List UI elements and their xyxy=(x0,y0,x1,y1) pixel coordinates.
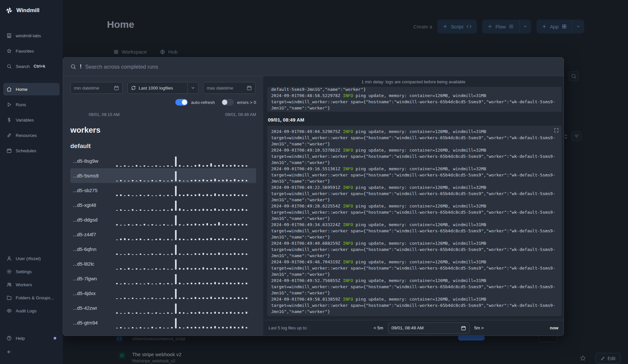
spark-bar xyxy=(246,283,247,284)
spark-bar xyxy=(155,181,157,181)
logfiles-select[interactable]: Last 1000 logfiles xyxy=(127,82,199,94)
spark-bar xyxy=(128,239,130,240)
workers-heading: workers xyxy=(70,125,256,135)
worker-row[interactable]: ...d5-sb275 xyxy=(70,183,256,198)
spark-bar xyxy=(195,194,196,196)
spark-bar xyxy=(202,283,204,284)
spark-bar xyxy=(222,238,224,240)
log-target: target=windmill_worker::worker span={"ho… xyxy=(271,135,558,147)
spark-bar xyxy=(167,165,169,167)
play-icon xyxy=(7,102,12,107)
spark-bar xyxy=(183,312,184,314)
worker-row[interactable]: ...d5-5sms9 xyxy=(70,168,256,183)
sidebar-item-schedules[interactable]: Schedules xyxy=(3,144,60,157)
spark-bar xyxy=(140,209,141,211)
spark-bar xyxy=(120,166,122,167)
spark-bar xyxy=(159,313,161,314)
spark-bar xyxy=(191,166,192,167)
sidebar-item-label: Resources xyxy=(16,133,37,138)
worker-row[interactable]: ...d5-8sg9w xyxy=(70,154,256,168)
spark-bar xyxy=(206,239,208,240)
sidebar-item-label: Home xyxy=(16,87,27,92)
sidebar-item-user[interactable]: User (rfiszel) xyxy=(3,253,60,264)
spark-bar xyxy=(151,327,153,328)
log-datetime-input[interactable]: 09/01, 08:49 AM xyxy=(388,323,470,334)
spark-bar xyxy=(230,297,232,299)
worker-sparkline xyxy=(116,317,253,328)
spark-bar xyxy=(128,312,130,314)
sidebar-item-help[interactable]: Help xyxy=(3,333,60,344)
sidebar-item-audit-logs[interactable]: Audit Logs xyxy=(3,305,60,316)
worker-row[interactable]: ...d5-ddgsd xyxy=(70,212,256,227)
collapse-sidebar-button[interactable] xyxy=(3,346,60,357)
worker-row[interactable]: ...d5-6qfnn xyxy=(70,242,256,256)
spark-bar xyxy=(120,225,122,225)
log-target: target=windmill_worker::worker span={"ho… xyxy=(271,190,558,203)
back-5m-button[interactable]: < 5m xyxy=(374,325,383,330)
worker-row[interactable]: ...d5-42zwr xyxy=(70,301,256,315)
forward-5m-button[interactable]: 5m > xyxy=(474,325,484,330)
search-input[interactable] xyxy=(85,64,556,70)
worker-row[interactable]: ...d5-l82lc xyxy=(70,256,256,271)
user-icon xyxy=(7,256,12,261)
brand: Windmill xyxy=(0,0,63,21)
sidebar-item-label: User (rfiszel) xyxy=(16,256,41,261)
sidebar-item-workers[interactable]: Workers xyxy=(3,279,60,290)
spark-bar xyxy=(214,312,216,314)
spark-bar xyxy=(136,268,137,270)
spark-bar xyxy=(191,327,192,328)
spark-bar xyxy=(163,313,165,314)
spark-bar xyxy=(120,180,122,181)
log-timestamp: 2024-09-01T06:49:16.551361Z xyxy=(271,166,340,171)
spark-bar xyxy=(187,298,188,299)
sidebar-item-folders[interactable]: Folders & Groups... xyxy=(3,292,60,303)
sidebar-bottom-items: User (rfiszel)SettingsWorkersFolders & G… xyxy=(3,253,60,316)
spark-bar xyxy=(246,209,247,211)
spark-bar xyxy=(222,312,224,314)
spark-bar xyxy=(187,240,188,240)
spark-bar xyxy=(163,254,165,255)
spark-bar xyxy=(214,193,216,196)
sidebar-item-settings[interactable]: Settings xyxy=(3,266,60,277)
spark-bar xyxy=(159,180,161,181)
sidebar-item-workspace[interactable]: windmill-labs xyxy=(3,29,60,42)
sidebar-item-runs[interactable]: Runs xyxy=(3,98,60,111)
spark-bar xyxy=(195,312,196,314)
auto-refresh-toggle[interactable] xyxy=(175,99,188,106)
spark-bar xyxy=(238,327,239,328)
worker-row[interactable]: ...d5-7lgwn xyxy=(70,271,256,286)
sidebar-item-variables[interactable]: Variables xyxy=(3,114,60,126)
min-datetime-input[interactable]: min datetime xyxy=(70,82,123,94)
errors-toggle[interactable] xyxy=(221,99,234,106)
spark-bar xyxy=(163,240,165,240)
expand-icon[interactable] xyxy=(554,128,559,133)
sidebar-item-home[interactable]: Home xyxy=(3,83,60,95)
spark-bar xyxy=(210,312,212,314)
worker-name: ...d5-z44f7 xyxy=(73,232,112,237)
spark-bar xyxy=(116,210,118,211)
sidebar-item-favorites[interactable]: Favorites xyxy=(3,45,60,57)
sidebar-item-resources[interactable]: Resources xyxy=(3,129,60,141)
spark-bar xyxy=(171,195,173,196)
sidebar-item-search[interactable]: SearchCtrl+k xyxy=(3,60,60,73)
spark-bar xyxy=(206,268,208,270)
spark-bar xyxy=(148,269,149,270)
workers-column: min datetime Last 1000 logfiles max date… xyxy=(63,76,263,336)
now-button[interactable]: now xyxy=(550,325,558,330)
worker-name: ...d5-ddgsd xyxy=(73,217,112,223)
spark-bar xyxy=(242,209,243,211)
worker-sparkline xyxy=(116,303,253,314)
spark-bar xyxy=(238,209,239,211)
spark-bar xyxy=(179,165,181,167)
building-icon xyxy=(7,33,12,38)
worker-row[interactable]: ...d5-z44f7 xyxy=(70,227,256,242)
spark-bar xyxy=(136,165,137,167)
worker-sparkline xyxy=(116,273,253,284)
worker-row[interactable]: ...d5-gtm94 xyxy=(70,315,256,330)
worker-row[interactable]: ...d5-xgt48 xyxy=(70,198,256,212)
spark-bar xyxy=(155,298,157,299)
worker-row[interactable]: ...d5-4jdxx xyxy=(70,286,256,301)
spark-bar xyxy=(202,209,204,211)
log-footer: Last 5 log files up to: < 5m 09/01, 08:4… xyxy=(263,320,564,336)
max-datetime-input[interactable]: max datetime xyxy=(203,82,255,94)
